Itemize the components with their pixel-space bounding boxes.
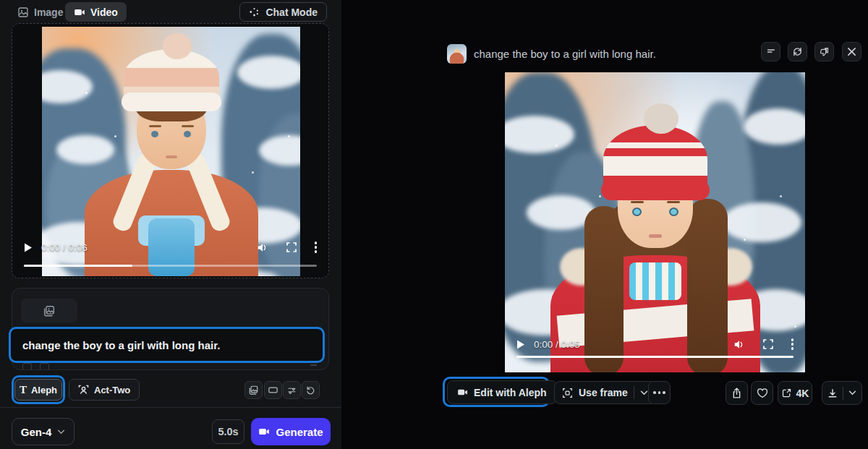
details-button[interactable] xyxy=(761,42,780,61)
button-divider xyxy=(634,386,634,399)
aleph-model-button[interactable]: T Aleph xyxy=(14,379,62,401)
clipped-handle xyxy=(310,364,317,366)
act-two-label: Act-Two xyxy=(94,385,130,395)
chat-mode-button[interactable]: Chat Mode xyxy=(239,2,327,22)
favorite-button[interactable] xyxy=(751,381,773,405)
volume-icon[interactable] xyxy=(257,242,268,253)
download-split-button[interactable] xyxy=(822,381,862,405)
upscale-icon xyxy=(781,388,792,398)
result-prompt-text: change the boy to a girl with long hair. xyxy=(474,42,656,65)
edit-with-aleph-label: Edit with Aleph xyxy=(474,387,547,398)
tab-image[interactable]: Image xyxy=(9,2,72,22)
tab-image-label: Image xyxy=(34,7,63,18)
input-video-player[interactable]: 0:00 / 0:06 xyxy=(12,23,329,278)
chevron-down-icon[interactable] xyxy=(848,390,856,395)
prompt-input[interactable]: change the boy to a girl with long hair. xyxy=(22,329,220,361)
fullscreen-icon[interactable] xyxy=(286,242,297,252)
girl-video-still xyxy=(505,72,805,372)
play-icon[interactable] xyxy=(24,243,33,252)
player-menu-icon[interactable] xyxy=(315,241,318,253)
duration-button[interactable]: 5.0s xyxy=(212,419,244,444)
upscale-label: 4K xyxy=(796,388,809,399)
reference-media-button[interactable] xyxy=(21,299,77,323)
boy-video-still xyxy=(42,27,300,276)
clipped-tool-icon[interactable] xyxy=(40,363,49,370)
input-progress-bar[interactable] xyxy=(24,265,317,267)
edit-with-aleph-button[interactable]: Edit with Aleph xyxy=(447,380,557,404)
regenerate-button[interactable] xyxy=(788,42,807,61)
volume-icon[interactable] xyxy=(733,339,745,350)
act-two-model-button[interactable]: Act-Two xyxy=(69,379,140,401)
aleph-label: Aleph xyxy=(31,385,57,395)
result-video-player[interactable]: 0:00 / 0:05 xyxy=(505,72,805,372)
settings-sliders-button[interactable] xyxy=(283,381,301,399)
chat-mode-label: Chat Mode xyxy=(265,7,318,18)
model-select-dropdown[interactable]: Gen-4 xyxy=(12,418,75,445)
upscale-4k-button[interactable]: 4K xyxy=(778,381,812,405)
result-player-controls: 0:00 / 0:05 xyxy=(516,338,793,351)
aspect-ratio-button[interactable] xyxy=(264,381,282,399)
input-video-frame[interactable] xyxy=(42,27,300,276)
video-camera-icon xyxy=(457,387,468,398)
video-camera-icon xyxy=(258,426,270,437)
model-select-label: Gen-4 xyxy=(21,426,52,438)
generation-panel: Image Video Chat Mode xyxy=(0,0,341,449)
result-panel: change the boy to a girl with long hair. xyxy=(341,0,868,449)
result-progress-bar[interactable] xyxy=(516,356,793,358)
button-divider xyxy=(843,387,843,400)
tab-video[interactable]: Video xyxy=(65,2,127,22)
fullscreen-icon[interactable] xyxy=(763,339,773,349)
duration-label: 5.0s xyxy=(218,426,238,437)
reset-history-button[interactable] xyxy=(302,381,320,399)
clipped-tool-icon[interactable] xyxy=(22,363,32,370)
stacked-images-icon xyxy=(43,304,56,317)
play-icon[interactable] xyxy=(516,340,525,349)
aleph-text-icon: T xyxy=(20,385,27,395)
performer-icon xyxy=(78,385,89,395)
download-icon xyxy=(827,388,838,398)
ellipsis-icon xyxy=(653,391,656,394)
input-player-controls: 0:00 / 0:06 xyxy=(24,241,317,254)
chevron-down-icon[interactable] xyxy=(640,390,648,395)
generate-button[interactable]: Generate xyxy=(251,418,331,445)
source-video-thumbnail[interactable] xyxy=(447,44,467,64)
use-frame-label: Use frame xyxy=(579,387,628,398)
result-time-display: 0:00 / 0:05 xyxy=(534,339,580,350)
thumbs-down-button[interactable] xyxy=(814,42,834,61)
chevron-down-icon xyxy=(57,429,65,435)
generate-label: Generate xyxy=(276,426,323,438)
image-icon xyxy=(17,7,29,18)
chat-mode-sparkle-icon xyxy=(249,7,260,17)
use-frame-button[interactable]: Use frame xyxy=(554,381,656,404)
player-menu-icon[interactable] xyxy=(791,338,794,350)
prompt-input-highlight: change the boy to a girl with long hair. xyxy=(9,327,325,363)
progress-fill xyxy=(516,356,793,358)
share-button[interactable] xyxy=(726,381,748,405)
divider xyxy=(0,407,341,408)
progress-fill xyxy=(24,265,132,267)
reference-images-button[interactable] xyxy=(244,381,263,399)
close-icon[interactable] xyxy=(842,42,861,61)
frame-capture-icon xyxy=(562,388,573,398)
more-options-button[interactable] xyxy=(648,381,671,404)
video-camera-icon xyxy=(74,7,85,18)
input-time-display: 0:00 / 0:06 xyxy=(41,242,88,253)
tab-video-label: Video xyxy=(90,7,118,18)
